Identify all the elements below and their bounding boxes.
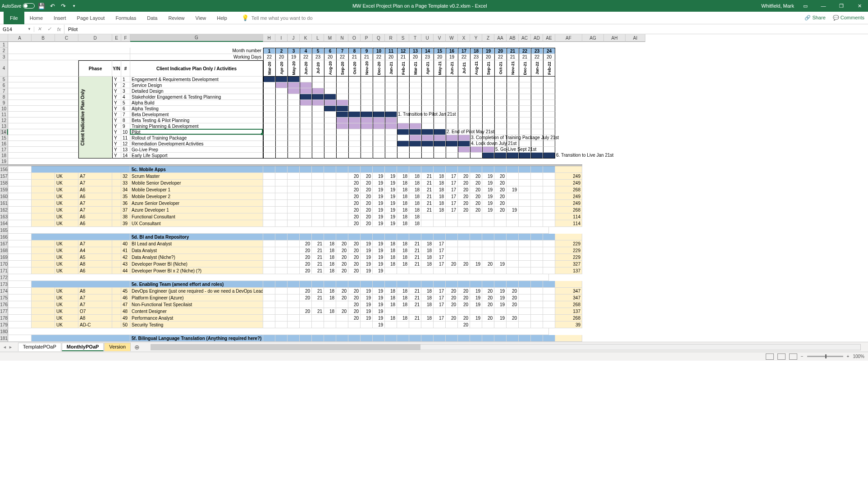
column-header[interactable]: X <box>458 34 470 42</box>
row-header[interactable]: 171 <box>0 267 8 274</box>
column-header[interactable]: R <box>385 34 397 42</box>
row-header[interactable]: 3 <box>0 54 8 60</box>
row-header[interactable]: 163 <box>0 213 8 220</box>
column-header[interactable]: L <box>312 34 324 42</box>
user-name[interactable]: Whitfield, Mark <box>761 3 794 9</box>
row-header[interactable]: 170 <box>0 261 8 267</box>
page-break-view-icon[interactable] <box>789 353 797 360</box>
column-header[interactable]: H <box>263 34 275 42</box>
autosave-toggle[interactable]: AutoSave <box>2 3 35 9</box>
ribbon-tab-page-layout[interactable]: Page Layout <box>72 12 110 24</box>
tab-scroll-right-icon[interactable]: ► <box>9 345 13 349</box>
ribbon-tab-file[interactable]: File <box>4 12 24 24</box>
column-header[interactable]: T <box>409 34 421 42</box>
row-header[interactable]: 9 <box>0 100 8 106</box>
row-header[interactable]: 159 <box>0 186 8 193</box>
row-header[interactable]: 156 <box>0 166 8 173</box>
row-header[interactable]: 7 <box>0 88 8 94</box>
ribbon-tab-home[interactable]: Home <box>24 12 48 24</box>
row-header[interactable]: 166 <box>0 234 8 240</box>
row-header[interactable]: 1 <box>0 42 8 48</box>
row-header[interactable]: 6 <box>0 82 8 88</box>
column-header[interactable]: AD <box>531 34 543 42</box>
column-header[interactable]: AF <box>555 34 582 42</box>
row-header[interactable]: 174 <box>0 288 8 294</box>
name-box[interactable]: G14▼ <box>0 27 34 32</box>
column-header[interactable]: A <box>8 34 32 42</box>
row-header[interactable]: 165 <box>0 227 8 234</box>
column-header[interactable]: F <box>121 34 130 42</box>
column-header[interactable]: AC <box>519 34 531 42</box>
row-header[interactable]: 157 <box>0 173 8 180</box>
row-header[interactable]: 173 <box>0 281 8 288</box>
zoom-level[interactable]: 100% <box>853 354 864 359</box>
row-header[interactable]: 13 <box>0 123 8 129</box>
column-header[interactable]: V <box>434 34 446 42</box>
column-header[interactable]: U <box>421 34 434 42</box>
horizontal-scrollbar[interactable] <box>151 344 861 350</box>
column-header[interactable]: AH <box>604 34 626 42</box>
column-header[interactable]: C <box>55 34 78 42</box>
row-header[interactable]: 168 <box>0 247 8 254</box>
row-header[interactable]: 16 <box>0 141 8 147</box>
row-header[interactable]: 181 <box>0 335 8 342</box>
maximize-icon[interactable]: ❐ <box>835 0 848 12</box>
spreadsheet-grid[interactable]: Month number1234567891011121314151617181… <box>8 42 582 342</box>
column-header[interactable]: P <box>361 34 373 42</box>
row-header[interactable]: 167 <box>0 240 8 247</box>
close-icon[interactable]: ✕ <box>853 0 866 12</box>
ribbon-tab-data[interactable]: Data <box>142 12 163 24</box>
undo-icon[interactable]: ↶ <box>48 2 56 10</box>
ribbon-tab-view[interactable]: View <box>190 12 212 24</box>
column-header[interactable]: N <box>336 34 348 42</box>
row-header[interactable]: 17 <box>0 147 8 153</box>
row-header[interactable]: 169 <box>0 254 8 261</box>
sheet-tab[interactable]: MonthlyPOaP <box>62 343 104 351</box>
add-sheet-button[interactable]: ⊕ <box>131 344 143 351</box>
column-header[interactable]: M <box>324 34 336 42</box>
row-header[interactable]: 5 <box>0 77 8 82</box>
row-header[interactable]: 12 <box>0 118 8 123</box>
sheet-tab[interactable]: Version <box>104 343 131 351</box>
ribbon-tab-review[interactable]: Review <box>163 12 190 24</box>
zoom-slider[interactable] <box>807 356 843 357</box>
row-header[interactable]: 4 <box>0 60 8 77</box>
row-header[interactable]: 2 <box>0 48 8 54</box>
column-header[interactable]: J <box>288 34 300 42</box>
page-layout-view-icon[interactable] <box>777 353 786 360</box>
comments-button[interactable]: 💬 Comments <box>833 15 864 21</box>
formula-input[interactable]: Pilot <box>64 27 868 32</box>
zoom-in-button[interactable]: + <box>847 354 850 359</box>
fx-icon[interactable]: fx <box>54 25 64 34</box>
column-header[interactable]: AB <box>507 34 519 42</box>
row-header[interactable]: 178 <box>0 315 8 321</box>
enter-formula-icon[interactable]: ✓ <box>44 25 54 34</box>
ribbon-options-icon[interactable]: ▭ <box>799 0 812 12</box>
column-header[interactable]: Y <box>470 34 482 42</box>
row-header[interactable]: 15 <box>0 135 8 141</box>
ribbon-tab-help[interactable]: Help <box>211 12 233 24</box>
column-header[interactable]: Z <box>482 34 494 42</box>
save-icon[interactable]: 💾 <box>37 2 46 10</box>
column-header[interactable]: AE <box>543 34 555 42</box>
select-all-corner[interactable] <box>0 34 8 42</box>
row-header[interactable]: 8 <box>0 94 8 100</box>
column-header[interactable]: O <box>348 34 361 42</box>
minimize-icon[interactable]: — <box>817 0 830 12</box>
row-header[interactable]: 18 <box>0 153 8 158</box>
sheet-tab[interactable]: TemplatePOaP <box>18 343 61 351</box>
row-header[interactable]: 11 <box>0 112 8 118</box>
row-header[interactable]: 10 <box>0 106 8 112</box>
row-header[interactable]: 164 <box>0 220 8 227</box>
cancel-formula-icon[interactable]: ✕ <box>34 25 44 34</box>
column-header[interactable]: K <box>300 34 312 42</box>
column-header[interactable]: S <box>397 34 409 42</box>
column-header[interactable]: AA <box>494 34 507 42</box>
redo-icon[interactable]: ↷ <box>59 2 67 10</box>
row-header[interactable]: 14 <box>0 129 8 135</box>
ribbon-tab-insert[interactable]: Insert <box>48 12 72 24</box>
column-header[interactable]: I <box>275 34 288 42</box>
tab-scroll-left-icon[interactable]: ◄ <box>3 345 7 349</box>
customize-qat-icon[interactable]: ▾ <box>70 2 78 10</box>
row-header[interactable]: 162 <box>0 207 8 213</box>
